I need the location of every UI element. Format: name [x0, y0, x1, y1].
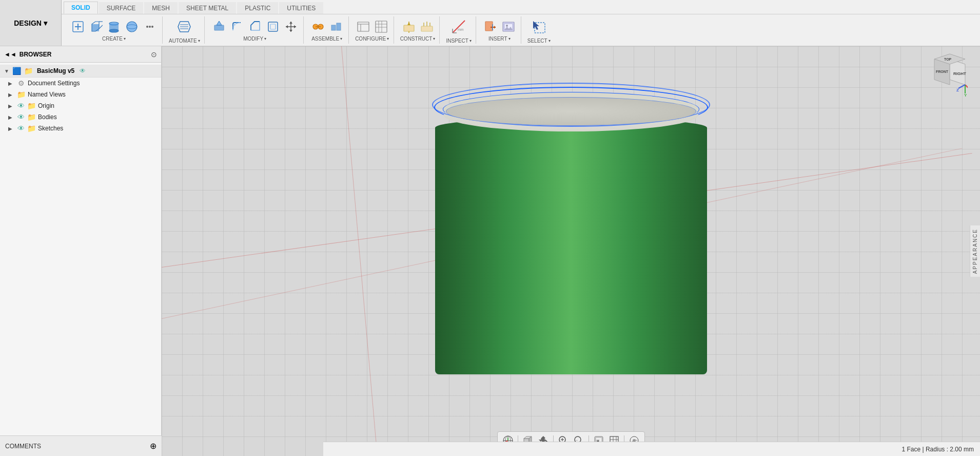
svg-rect-42	[404, 25, 414, 31]
new-component-btn[interactable]	[70, 18, 86, 35]
tree-item-origin[interactable]: ▶ 👁 📁 Origin	[0, 100, 161, 111]
configure2-btn[interactable]	[373, 18, 389, 35]
nav-cube[interactable]: RIGHT TOP FRONT X Y Z	[922, 51, 968, 99]
folder-icon-origin: 📁	[27, 102, 36, 110]
joint-btn[interactable]	[310, 18, 326, 35]
box-btn[interactable]	[88, 18, 104, 35]
svg-text:FRONT: FRONT	[936, 70, 949, 73]
doc-visibility-icon[interactable]: 👁	[80, 67, 86, 74]
tree-arrow-sketches: ▶	[8, 126, 16, 131]
inspect-label[interactable]: INSPECT ▾	[446, 38, 471, 44]
appearance-toggle[interactable]: APPEARANCE	[970, 225, 980, 277]
tab-sheet-metal[interactable]: SHEET METAL	[179, 2, 236, 14]
svg-text:Z: Z	[956, 88, 959, 92]
automate-btn[interactable]	[174, 16, 194, 37]
configure-group: CONFIGURE ▾	[351, 16, 394, 44]
sphere-btn[interactable]	[124, 18, 140, 35]
svg-text:TOP: TOP	[944, 58, 952, 61]
design-button[interactable]: DESIGN ▾	[0, 0, 62, 46]
tree-label-origin: Origin	[38, 102, 54, 109]
inspect-arrow: ▾	[469, 39, 472, 43]
canvas-btn[interactable]	[500, 18, 517, 35]
tree-item-named-views[interactable]: ▶ 📁 Named Views	[0, 89, 161, 100]
inspect-btn[interactable]: mm	[448, 16, 469, 37]
eye-icon-bodies[interactable]: 👁	[16, 113, 26, 121]
tab-solid[interactable]: SOLID	[64, 2, 98, 14]
tool-row: CREATE ▾ AUTOM	[62, 14, 980, 46]
comments-bar[interactable]: COMMENTS ⊕	[0, 435, 162, 456]
eye-icon-origin[interactable]: 👁	[16, 102, 26, 110]
tab-surface[interactable]: SURFACE	[99, 2, 144, 14]
construct-label[interactable]: CONSTRUCT ▾	[400, 36, 436, 42]
cylinder-btn[interactable]	[106, 18, 122, 35]
browser-panel: ◄◄ BROWSER ⊙ ▼ 🟦 📁 BasicMug v5 👁 ▶ ⚙ Doc…	[0, 46, 162, 456]
tree-arrow-bodies: ▶	[8, 115, 16, 120]
assemble-label[interactable]: ASSEMBLE ▾	[311, 36, 342, 42]
tree-item-bodies[interactable]: ▶ 👁 📁 Bodies	[0, 111, 161, 123]
svg-rect-33	[337, 23, 341, 30]
shell-btn[interactable]	[265, 18, 281, 35]
tree-item-sketches[interactable]: ▶ 👁 📁 Sketches	[0, 123, 161, 134]
offset-plane-btn[interactable]	[401, 18, 417, 35]
svg-rect-3	[92, 24, 99, 31]
modify-icons	[211, 18, 299, 35]
assemble-group: ASSEMBLE ▾	[306, 16, 349, 44]
doc-folder-icon: 📁	[24, 67, 33, 75]
tab-mesh[interactable]: MESH	[144, 2, 178, 14]
eye-icon-sketches[interactable]: 👁	[16, 124, 26, 132]
select-btn[interactable]	[528, 16, 549, 37]
press-pull-btn[interactable]	[211, 18, 227, 35]
modify-label[interactable]: MODIFY ▾	[243, 36, 266, 42]
fillet-btn[interactable]	[229, 18, 245, 35]
browser-settings-icon[interactable]: ⊙	[151, 50, 157, 59]
mug-body[interactable]	[435, 118, 707, 374]
tree-label-named-views: Named Views	[28, 91, 66, 98]
construct-arrow: ▾	[433, 36, 435, 41]
nav-cube-svg[interactable]: RIGHT TOP FRONT X Y Z	[922, 51, 968, 98]
automate-icons	[174, 16, 194, 37]
folder-icon-bodies: 📁	[27, 113, 36, 121]
select-label[interactable]: SELECT ▾	[527, 38, 551, 44]
svg-rect-19	[214, 25, 224, 30]
configure-label[interactable]: CONFIGURE ▾	[355, 36, 389, 42]
tab-plastic[interactable]: PLASTIC	[237, 2, 278, 14]
automate-label[interactable]: AUTOMATE ▾	[169, 38, 200, 44]
svg-marker-44	[407, 22, 410, 25]
construct-group: CONSTRUCT ▾	[396, 16, 440, 44]
viewport[interactable]: RIGHT TOP FRONT X Y Z	[162, 46, 980, 456]
insert-label[interactable]: INSERT ▾	[488, 36, 511, 42]
inspect-icons: mm	[448, 16, 469, 37]
insert-icons	[482, 18, 517, 35]
select-arrow: ▾	[548, 39, 551, 43]
move-btn[interactable]	[283, 18, 299, 35]
tree-icons-named-views: 📁	[16, 90, 26, 99]
collapse-icon[interactable]: ◄◄	[4, 51, 16, 58]
svg-rect-37	[376, 21, 387, 32]
svg-line-6	[99, 25, 103, 29]
create-more-btn[interactable]	[142, 18, 158, 35]
svg-marker-20	[217, 21, 222, 25]
svg-rect-32	[331, 25, 336, 30]
folder-icon: 📁	[16, 90, 26, 99]
tree-item-document-settings[interactable]: ▶ ⚙ Document Settings	[0, 78, 161, 89]
svg-point-9	[109, 29, 119, 32]
tree-icons-origin: 👁 📁	[16, 102, 36, 110]
gear-icon: ⚙	[16, 79, 26, 87]
tree-label-bodies: Bodies	[38, 113, 57, 121]
insert-group: INSERT ▾	[478, 16, 521, 44]
document-root-item[interactable]: ▼ 🟦 📁 BasicMug v5 👁	[0, 65, 161, 78]
create-label[interactable]: CREATE ▾	[102, 36, 126, 42]
config-btn[interactable]	[355, 18, 371, 35]
mug-3d-model[interactable]	[433, 87, 710, 374]
tab-row: SOLID SURFACE MESH SHEET METAL PLASTIC U…	[62, 0, 980, 14]
insert-btn[interactable]	[482, 18, 499, 35]
construct2-btn[interactable]	[419, 18, 435, 35]
as-built-joint-btn[interactable]	[328, 18, 344, 35]
svg-text:RIGHT: RIGHT	[953, 71, 966, 76]
browser-label: BROWSER	[19, 51, 52, 58]
root-collapse-icon[interactable]: ▼	[4, 68, 9, 74]
comments-add-icon[interactable]: ⊕	[150, 441, 156, 451]
tab-utilities[interactable]: UTILITIES	[279, 2, 323, 14]
automate-arrow: ▾	[198, 39, 200, 43]
chamfer-btn[interactable]	[247, 18, 263, 35]
